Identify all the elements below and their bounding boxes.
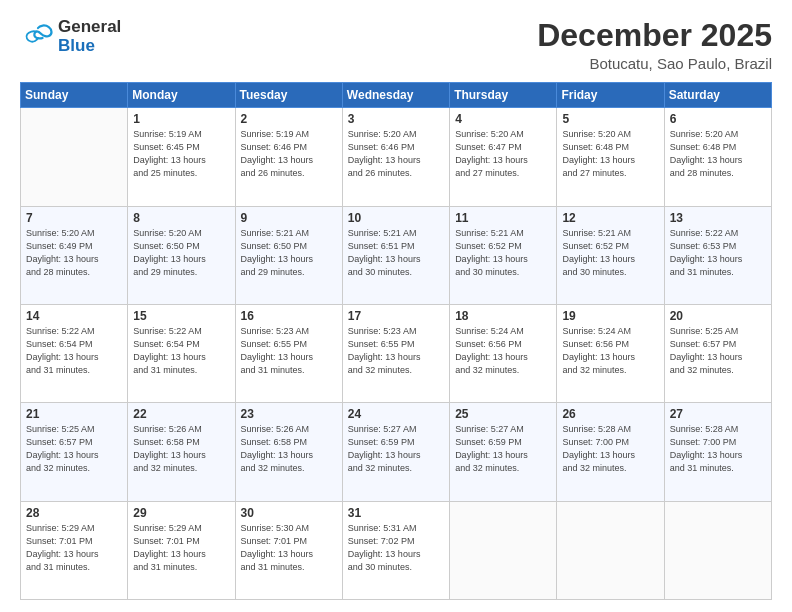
table-row: 5Sunrise: 5:20 AM Sunset: 6:48 PM Daylig…	[557, 108, 664, 206]
logo-general: General	[58, 18, 121, 37]
table-row: 2Sunrise: 5:19 AM Sunset: 6:46 PM Daylig…	[235, 108, 342, 206]
day-number: 12	[562, 211, 658, 225]
table-row: 15Sunrise: 5:22 AM Sunset: 6:54 PM Dayli…	[128, 304, 235, 402]
table-row: 22Sunrise: 5:26 AM Sunset: 6:58 PM Dayli…	[128, 403, 235, 501]
day-number: 27	[670, 407, 766, 421]
col-sunday: Sunday	[21, 83, 128, 108]
day-info: Sunrise: 5:20 AM Sunset: 6:50 PM Dayligh…	[133, 227, 229, 279]
day-info: Sunrise: 5:29 AM Sunset: 7:01 PM Dayligh…	[26, 522, 122, 574]
table-row: 31Sunrise: 5:31 AM Sunset: 7:02 PM Dayli…	[342, 501, 449, 599]
day-info: Sunrise: 5:20 AM Sunset: 6:48 PM Dayligh…	[670, 128, 766, 180]
day-number: 1	[133, 112, 229, 126]
title-area: December 2025 Botucatu, Sao Paulo, Brazi…	[537, 18, 772, 72]
day-info: Sunrise: 5:20 AM Sunset: 6:48 PM Dayligh…	[562, 128, 658, 180]
col-monday: Monday	[128, 83, 235, 108]
table-row: 23Sunrise: 5:26 AM Sunset: 6:58 PM Dayli…	[235, 403, 342, 501]
day-info: Sunrise: 5:25 AM Sunset: 6:57 PM Dayligh…	[26, 423, 122, 475]
month-title: December 2025	[537, 18, 772, 53]
day-number: 24	[348, 407, 444, 421]
day-info: Sunrise: 5:29 AM Sunset: 7:01 PM Dayligh…	[133, 522, 229, 574]
day-number: 9	[241, 211, 337, 225]
day-number: 11	[455, 211, 551, 225]
day-number: 4	[455, 112, 551, 126]
table-row: 18Sunrise: 5:24 AM Sunset: 6:56 PM Dayli…	[450, 304, 557, 402]
day-number: 26	[562, 407, 658, 421]
day-number: 7	[26, 211, 122, 225]
calendar-header-row: Sunday Monday Tuesday Wednesday Thursday…	[21, 83, 772, 108]
table-row: 30Sunrise: 5:30 AM Sunset: 7:01 PM Dayli…	[235, 501, 342, 599]
day-number: 13	[670, 211, 766, 225]
day-number: 15	[133, 309, 229, 323]
day-info: Sunrise: 5:22 AM Sunset: 6:54 PM Dayligh…	[133, 325, 229, 377]
table-row: 9Sunrise: 5:21 AM Sunset: 6:50 PM Daylig…	[235, 206, 342, 304]
table-row: 7Sunrise: 5:20 AM Sunset: 6:49 PM Daylig…	[21, 206, 128, 304]
calendar-week-row: 28Sunrise: 5:29 AM Sunset: 7:01 PM Dayli…	[21, 501, 772, 599]
day-info: Sunrise: 5:26 AM Sunset: 6:58 PM Dayligh…	[241, 423, 337, 475]
day-info: Sunrise: 5:28 AM Sunset: 7:00 PM Dayligh…	[670, 423, 766, 475]
day-info: Sunrise: 5:27 AM Sunset: 6:59 PM Dayligh…	[455, 423, 551, 475]
logo-text: General Blue	[58, 18, 121, 55]
day-info: Sunrise: 5:24 AM Sunset: 6:56 PM Dayligh…	[562, 325, 658, 377]
col-saturday: Saturday	[664, 83, 771, 108]
day-info: Sunrise: 5:21 AM Sunset: 6:52 PM Dayligh…	[562, 227, 658, 279]
calendar-week-row: 1Sunrise: 5:19 AM Sunset: 6:45 PM Daylig…	[21, 108, 772, 206]
day-info: Sunrise: 5:25 AM Sunset: 6:57 PM Dayligh…	[670, 325, 766, 377]
day-number: 3	[348, 112, 444, 126]
day-info: Sunrise: 5:23 AM Sunset: 6:55 PM Dayligh…	[241, 325, 337, 377]
table-row: 29Sunrise: 5:29 AM Sunset: 7:01 PM Dayli…	[128, 501, 235, 599]
calendar-week-row: 21Sunrise: 5:25 AM Sunset: 6:57 PM Dayli…	[21, 403, 772, 501]
day-info: Sunrise: 5:21 AM Sunset: 6:50 PM Dayligh…	[241, 227, 337, 279]
table-row: 10Sunrise: 5:21 AM Sunset: 6:51 PM Dayli…	[342, 206, 449, 304]
table-row: 25Sunrise: 5:27 AM Sunset: 6:59 PM Dayli…	[450, 403, 557, 501]
col-thursday: Thursday	[450, 83, 557, 108]
table-row: 20Sunrise: 5:25 AM Sunset: 6:57 PM Dayli…	[664, 304, 771, 402]
calendar-week-row: 7Sunrise: 5:20 AM Sunset: 6:49 PM Daylig…	[21, 206, 772, 304]
day-info: Sunrise: 5:31 AM Sunset: 7:02 PM Dayligh…	[348, 522, 444, 574]
day-number: 2	[241, 112, 337, 126]
day-info: Sunrise: 5:21 AM Sunset: 6:51 PM Dayligh…	[348, 227, 444, 279]
day-number: 10	[348, 211, 444, 225]
table-row: 14Sunrise: 5:22 AM Sunset: 6:54 PM Dayli…	[21, 304, 128, 402]
location-subtitle: Botucatu, Sao Paulo, Brazil	[537, 55, 772, 72]
table-row	[450, 501, 557, 599]
day-number: 30	[241, 506, 337, 520]
table-row: 11Sunrise: 5:21 AM Sunset: 6:52 PM Dayli…	[450, 206, 557, 304]
table-row: 3Sunrise: 5:20 AM Sunset: 6:46 PM Daylig…	[342, 108, 449, 206]
day-info: Sunrise: 5:26 AM Sunset: 6:58 PM Dayligh…	[133, 423, 229, 475]
col-friday: Friday	[557, 83, 664, 108]
day-info: Sunrise: 5:24 AM Sunset: 6:56 PM Dayligh…	[455, 325, 551, 377]
header: General Blue December 2025 Botucatu, Sao…	[20, 18, 772, 72]
day-number: 29	[133, 506, 229, 520]
day-info: Sunrise: 5:27 AM Sunset: 6:59 PM Dayligh…	[348, 423, 444, 475]
day-number: 20	[670, 309, 766, 323]
table-row	[21, 108, 128, 206]
page: General Blue December 2025 Botucatu, Sao…	[0, 0, 792, 612]
day-number: 22	[133, 407, 229, 421]
day-info: Sunrise: 5:28 AM Sunset: 7:00 PM Dayligh…	[562, 423, 658, 475]
day-info: Sunrise: 5:22 AM Sunset: 6:53 PM Dayligh…	[670, 227, 766, 279]
day-number: 16	[241, 309, 337, 323]
day-info: Sunrise: 5:20 AM Sunset: 6:49 PM Dayligh…	[26, 227, 122, 279]
day-info: Sunrise: 5:20 AM Sunset: 6:47 PM Dayligh…	[455, 128, 551, 180]
day-info: Sunrise: 5:20 AM Sunset: 6:46 PM Dayligh…	[348, 128, 444, 180]
calendar-table: Sunday Monday Tuesday Wednesday Thursday…	[20, 82, 772, 600]
day-info: Sunrise: 5:19 AM Sunset: 6:45 PM Dayligh…	[133, 128, 229, 180]
day-info: Sunrise: 5:23 AM Sunset: 6:55 PM Dayligh…	[348, 325, 444, 377]
table-row: 28Sunrise: 5:29 AM Sunset: 7:01 PM Dayli…	[21, 501, 128, 599]
table-row: 6Sunrise: 5:20 AM Sunset: 6:48 PM Daylig…	[664, 108, 771, 206]
day-number: 23	[241, 407, 337, 421]
table-row: 21Sunrise: 5:25 AM Sunset: 6:57 PM Dayli…	[21, 403, 128, 501]
logo-icon	[20, 23, 56, 51]
table-row: 4Sunrise: 5:20 AM Sunset: 6:47 PM Daylig…	[450, 108, 557, 206]
col-tuesday: Tuesday	[235, 83, 342, 108]
table-row: 1Sunrise: 5:19 AM Sunset: 6:45 PM Daylig…	[128, 108, 235, 206]
logo-blue: Blue	[58, 37, 121, 56]
logo: General Blue	[20, 18, 121, 55]
table-row	[557, 501, 664, 599]
day-number: 8	[133, 211, 229, 225]
table-row: 24Sunrise: 5:27 AM Sunset: 6:59 PM Dayli…	[342, 403, 449, 501]
table-row: 12Sunrise: 5:21 AM Sunset: 6:52 PM Dayli…	[557, 206, 664, 304]
day-number: 21	[26, 407, 122, 421]
day-number: 28	[26, 506, 122, 520]
day-number: 25	[455, 407, 551, 421]
